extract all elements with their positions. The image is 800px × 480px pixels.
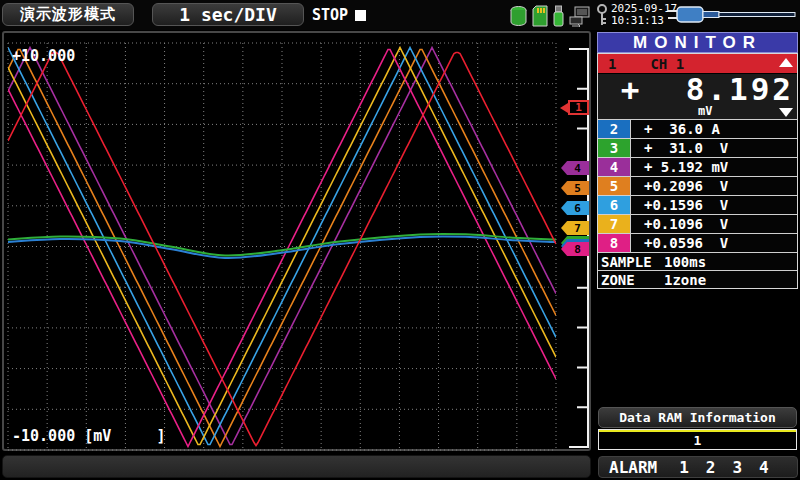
timebase-button[interactable]: 1 sec/DIV — [152, 3, 304, 26]
channel-row-2[interactable]: 2+ 36.0 A — [598, 119, 797, 138]
sample-label: SAMPLE — [601, 254, 652, 270]
sd-card-icon — [532, 5, 548, 27]
channel-down-icon[interactable] — [779, 108, 793, 117]
time-label: 10:31:13 — [611, 14, 664, 27]
zone-value: 1zone — [664, 272, 706, 288]
selected-channel-number: 1 — [608, 56, 616, 72]
channel-value: +0.2096 V — [631, 177, 797, 195]
data-ram-value: 1 — [599, 433, 796, 448]
channel-number-badge: 6 — [598, 196, 631, 214]
status-icons — [510, 4, 608, 27]
zone-row: ZONE 1zone — [598, 270, 797, 288]
sample-row: SAMPLE 100ms — [598, 252, 797, 270]
selected-channel-unit: mV — [698, 104, 712, 118]
channel-value: +0.1596 V — [631, 196, 797, 214]
stop-square-icon — [355, 10, 366, 21]
channel-number-badge: 5 — [598, 177, 631, 195]
usb-memory-icon — [553, 5, 564, 27]
channel-up-icon[interactable] — [779, 58, 793, 67]
channel-row-8[interactable]: 8+0.0596 V — [598, 233, 797, 252]
channel-number-badge: 8 — [598, 234, 631, 252]
channel-value: +0.1096 V — [631, 215, 797, 233]
alarm-indicator-1: 1 — [679, 458, 689, 477]
channel-marker-1[interactable]: 1 — [568, 100, 589, 115]
channel-value: + 36.0 A — [631, 120, 797, 138]
bottom-status-bar — [2, 455, 591, 478]
channel-number-badge: 3 — [598, 139, 631, 157]
channel-number-badge: 4 — [598, 158, 631, 176]
monitor-block: 1 CH 1 + 8.192 mV 2+ 36.0 A3+ 31.0 V4+ 5… — [597, 53, 798, 289]
record-status: STOP — [312, 6, 366, 24]
alarm-label: ALARM — [609, 458, 657, 477]
channel-value: + 5.192 mV — [631, 158, 797, 176]
internal-memory-icon — [510, 5, 527, 27]
waveform-panel — [2, 31, 591, 451]
ac-power-icon — [667, 5, 798, 25]
mode-button[interactable]: 演示波形模式 — [2, 3, 134, 26]
network-icon — [569, 5, 591, 27]
channel-row-7[interactable]: 7+0.1096 V — [598, 214, 797, 233]
channel-value: + 31.0 V — [631, 139, 797, 157]
channel-row-4[interactable]: 4+ 5.192 mV — [598, 157, 797, 176]
alarm-numbers: 1234 — [679, 458, 769, 477]
key-lock-icon — [596, 4, 608, 27]
selected-channel-value: + 8.192 — [602, 71, 794, 107]
monitor-channel-rows: 2+ 36.0 A3+ 31.0 V4+ 5.192 mV5+0.2096 V6… — [598, 119, 797, 252]
device-screen: 演示波形模式 1 sec/DIV STOP — [0, 0, 800, 480]
top-status-bar: 演示波形模式 1 sec/DIV STOP — [0, 0, 800, 30]
channel-value: +0.0596 V — [631, 234, 797, 252]
monitor-title: MONITOR — [597, 32, 798, 53]
channel-row-5[interactable]: 5+0.2096 V — [598, 176, 797, 195]
alarm-indicator-2: 2 — [706, 458, 716, 477]
zone-label: ZONE — [601, 272, 635, 288]
channel-number-badge: 2 — [598, 120, 631, 138]
channel-row-3[interactable]: 3+ 31.0 V — [598, 138, 797, 157]
channel-row-6[interactable]: 6+0.1596 V — [598, 195, 797, 214]
alarm-bar: ALARM 1234 — [598, 456, 798, 478]
data-ram-title: Data RAM Information — [598, 407, 797, 428]
data-ram-box: 1 — [598, 429, 797, 450]
channel-number-badge: 7 — [598, 215, 631, 233]
mode-label: 演示波形模式 — [20, 5, 116, 24]
marker-arrow-ch1 — [560, 103, 568, 113]
selected-channel-name: CH 1 — [650, 56, 684, 72]
timebase-label: 1 sec/DIV — [179, 4, 277, 25]
record-status-label: STOP — [312, 6, 348, 24]
sample-value: 100ms — [664, 254, 706, 270]
scale-bottom-label: -10.000 [mV ] — [12, 427, 166, 445]
scale-top-label: +10.000 — [12, 47, 75, 65]
monitor-panel: MONITOR 1 CH 1 + 8.192 mV 2+ 36.0 A3+ 31… — [597, 30, 798, 480]
data-ram-highlight — [599, 430, 796, 432]
alarm-indicator-4: 4 — [759, 458, 769, 477]
alarm-indicator-3: 3 — [732, 458, 742, 477]
selected-channel-value-display: + 8.192 mV — [598, 73, 797, 119]
